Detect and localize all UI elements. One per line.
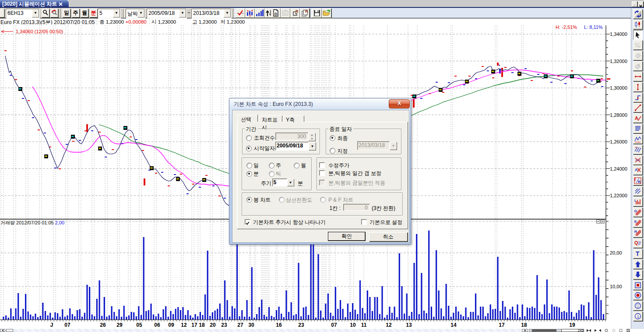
svg-text:E: E <box>634 220 637 224</box>
svg-text:26: 26 <box>100 322 106 328</box>
svg-text:1,34060 (12/05 00:50): 1,34060 (12/05 00:50) <box>16 29 63 34</box>
svg-text:L: 8,11%: L: 8,11% <box>584 24 603 30</box>
svg-text:D: D <box>274 12 278 16</box>
svg-text:16: 16 <box>276 322 282 328</box>
svg-text:Q: Q <box>634 240 638 245</box>
svg-text:14: 14 <box>450 322 457 328</box>
svg-text:18: 18 <box>199 322 205 328</box>
svg-text:거래량 2012/07/20 01:05 2,00: 거래량 2012/07/20 01:05 2,00 <box>0 220 64 225</box>
svg-text:23: 23 <box>221 322 227 328</box>
svg-text:29: 29 <box>116 322 123 328</box>
svg-text:07: 07 <box>64 322 70 328</box>
svg-text:09: 09 <box>168 322 174 328</box>
svg-text:30: 30 <box>248 322 254 328</box>
svg-text:1: 1 <box>637 315 639 319</box>
svg-text:P: P <box>638 45 640 49</box>
svg-text:17: 17 <box>499 322 505 328</box>
svg-text:20: 20 <box>210 322 216 328</box>
svg-text:D: D <box>634 209 637 213</box>
svg-text:R: R <box>296 9 299 14</box>
svg-text:10,00: 10,00 <box>610 284 622 289</box>
svg-text:C: C <box>635 42 637 46</box>
svg-text:f: f <box>634 178 636 182</box>
svg-text:23: 23 <box>298 322 304 328</box>
svg-text:x: x <box>638 63 640 66</box>
svg-text:18: 18 <box>521 322 527 328</box>
svg-text:12: 12 <box>386 322 392 328</box>
svg-text:10: 10 <box>350 322 356 328</box>
svg-text:07: 07 <box>331 322 337 328</box>
svg-text:06: 06 <box>154 322 160 328</box>
svg-text:1,34000: 1,34000 <box>610 31 627 37</box>
svg-text:05: 05 <box>136 322 142 328</box>
svg-text:27: 27 <box>237 322 243 328</box>
svg-text:1,28000: 1,28000 <box>610 112 627 118</box>
svg-text:12: 12 <box>181 322 187 328</box>
svg-text:T: T <box>636 250 640 257</box>
svg-text:20,00: 20,00 <box>610 250 622 255</box>
svg-text:1,26000: 1,26000 <box>610 139 627 144</box>
svg-text:13: 13 <box>406 322 412 328</box>
svg-text:1,22000: 1,22000 <box>610 193 627 198</box>
svg-text:17: 17 <box>191 322 197 328</box>
svg-text:1,24000: 1,24000 <box>610 166 627 171</box>
svg-text:H: -2,51%: H: -2,51% <box>556 24 577 30</box>
svg-text:1,30000: 1,30000 <box>610 85 627 91</box>
svg-text:1,32000: 1,32000 <box>610 59 627 64</box>
svg-text:R: R <box>634 230 637 234</box>
svg-text:R: R <box>284 12 286 16</box>
svg-text:J: J <box>50 322 53 328</box>
svg-text:19: 19 <box>569 322 575 328</box>
svg-text:R: R <box>305 9 308 14</box>
svg-text:A: A <box>635 115 638 121</box>
svg-text:11: 11 <box>361 322 367 328</box>
